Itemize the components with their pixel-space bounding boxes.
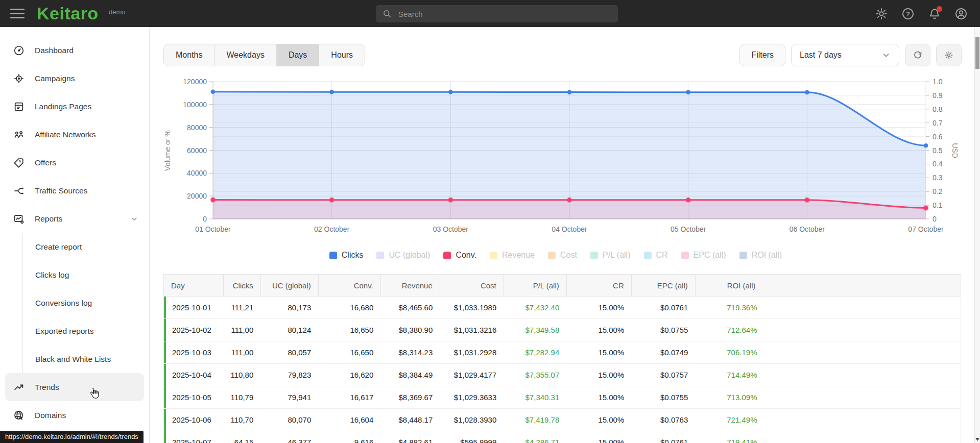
right-axis-tick: 0: [933, 215, 937, 223]
search-input[interactable]: [398, 10, 612, 18]
x-axis-tick: 01 October: [195, 225, 231, 233]
col-header-cr: CR: [566, 275, 631, 297]
sidebar-item-traffic-sources[interactable]: Traffic Sources: [0, 177, 149, 205]
left-axis-title: Volume or %: [163, 130, 172, 170]
legend-item[interactable]: EPC (all): [681, 251, 726, 260]
sidebar-item-landings-pages[interactable]: Landings Pages: [0, 92, 149, 120]
table-cell: 2025-10-06: [164, 409, 224, 431]
trends-chart[interactable]: Volume or % USD 00.10.20.30.40.50.60.70.…: [150, 71, 980, 245]
legend-item[interactable]: P/L (all): [590, 251, 631, 260]
sidebar-item-exported-reports[interactable]: Exported reports: [23, 317, 149, 345]
filters-button[interactable]: Filters: [739, 44, 785, 66]
x-axis-tick: 03 October: [433, 225, 469, 233]
sidebar-item-campaigns[interactable]: Campaigns: [0, 64, 149, 92]
legend-swatch-icon: [443, 252, 451, 259]
notifications-icon[interactable]: [928, 7, 941, 20]
table-cell: 2025-10-01: [164, 297, 224, 319]
tab-months[interactable]: Months: [164, 44, 214, 66]
table-row: 2025-10-02111,0080,12416,650$8,380.90$1,…: [164, 319, 961, 341]
hamburger-menu-icon[interactable]: [10, 7, 25, 20]
legend-label: Conv.: [456, 251, 476, 260]
right-axis-tick: 0.4: [933, 160, 943, 168]
legend-label: EPC (all): [694, 251, 726, 260]
scrollbar-track[interactable]: [974, 27, 980, 443]
sidebar-item-clicks-log[interactable]: Clicks log: [23, 261, 149, 289]
status-url-tooltip: https://demo.keitaro.io/admin/#!/trends/…: [0, 431, 144, 443]
search-icon: [382, 9, 392, 19]
left-axis-tick: 120000: [183, 78, 207, 86]
sidebar-item-black-white-lists[interactable]: Black and White Lists: [23, 345, 149, 373]
table-cell: 79,823: [260, 364, 318, 386]
table-cell: $0.0755: [631, 386, 695, 409]
date-range-select[interactable]: Last 7 days: [791, 44, 899, 66]
table-cell: 80,070: [260, 409, 318, 431]
legend-item[interactable]: UC (global): [376, 251, 430, 260]
table-cell: $0.0749: [631, 341, 695, 364]
table-cell: 2025-10-05: [164, 386, 224, 409]
left-axis-tick: 0: [203, 215, 207, 223]
left-axis-tick: 60000: [187, 146, 207, 155]
left-axis-tick: 20000: [187, 192, 207, 200]
legend-swatch-icon: [490, 252, 497, 259]
demo-badge: demo: [109, 8, 126, 16]
right-axis-tick: 1.0: [933, 78, 943, 86]
trends-table: Day Clicks UC (global) Conv. Revenue Cos…: [163, 274, 961, 443]
table-cell: $7,349.58: [504, 319, 566, 341]
legend-item[interactable]: Conv.: [443, 251, 476, 260]
help-icon[interactable]: ?: [901, 7, 915, 20]
legend-item[interactable]: Cost: [548, 251, 577, 260]
legend-item[interactable]: ROI (all): [739, 251, 782, 260]
table-cell: $0.0761: [631, 297, 695, 319]
tab-hours[interactable]: Hours: [319, 44, 365, 66]
trends-table-wrap: Day Clicks UC (global) Conv. Revenue Cos…: [163, 274, 961, 443]
trends-icon: [13, 382, 25, 393]
refresh-button[interactable]: [905, 44, 930, 66]
scrollbar-down-arrow-icon[interactable]: [975, 438, 979, 441]
legend-item[interactable]: CR: [644, 251, 668, 260]
sidebar-item-reports[interactable]: Reports: [0, 205, 149, 233]
table-cell: $8,314.23: [380, 341, 440, 364]
table-cell: 719.36%: [695, 297, 961, 319]
chart-settings-button[interactable]: [936, 44, 962, 66]
col-header-revenue: Revenue: [380, 275, 440, 297]
right-axis-tick: 0.1: [933, 201, 943, 209]
sidebar-item-dashboard[interactable]: Dashboard: [0, 36, 149, 64]
table-cell: 15.00%: [566, 319, 631, 341]
table-cell: $1,031.3216: [440, 319, 504, 341]
sidebar-item-trends[interactable]: Trends: [5, 373, 144, 401]
traffic-sources-icon: [13, 185, 25, 196]
x-axis-tick: 05 October: [671, 225, 706, 233]
sidebar-item-affiliate-networks[interactable]: Affiliate Networks: [0, 120, 149, 149]
sidebar-item-domains[interactable]: Domains: [0, 401, 149, 429]
settings-icon[interactable]: [875, 7, 888, 20]
scrollbar-thumb[interactable]: [975, 37, 979, 69]
legend-item[interactable]: Revenue: [490, 251, 535, 260]
legend-swatch-icon: [329, 252, 337, 259]
sidebar: Dashboard Campaigns Landings Pages Affil…: [0, 27, 150, 443]
legend-label: Clicks: [342, 251, 364, 260]
table-cell: 80,057: [260, 341, 318, 364]
table-cell: $595.8999: [440, 431, 504, 443]
account-icon[interactable]: [954, 7, 968, 20]
table-cell: 719.41%: [695, 431, 961, 443]
sidebar-item-create-report[interactable]: Create report: [23, 233, 149, 261]
legend-item[interactable]: Clicks: [329, 251, 364, 260]
tab-weekdays[interactable]: Weekdays: [214, 44, 276, 66]
table-cell: $0.0757: [631, 364, 695, 386]
col-header-roi: ROI (all): [695, 275, 961, 297]
tab-days[interactable]: Days: [277, 44, 319, 66]
table-cell: 16,680: [318, 297, 380, 319]
landings-icon: [13, 101, 25, 112]
table-cell: 110,80: [224, 364, 261, 386]
table-cell: 15.00%: [566, 364, 631, 386]
campaigns-icon: [13, 73, 25, 84]
sidebar-item-conversions-log[interactable]: Conversions log: [23, 289, 149, 317]
table-cell: 2025-10-02: [164, 319, 224, 341]
keitaro-admin-page: Keitaro demo ? Dashboard Campaigns L: [0, 0, 980, 443]
series-point: [448, 198, 453, 202]
table-cell: $4,286.71: [504, 431, 566, 443]
sidebar-item-offers[interactable]: $ Offers: [0, 149, 149, 177]
chevron-down-icon: [881, 51, 891, 60]
reports-icon: [13, 213, 25, 225]
search-box[interactable]: [376, 5, 618, 22]
